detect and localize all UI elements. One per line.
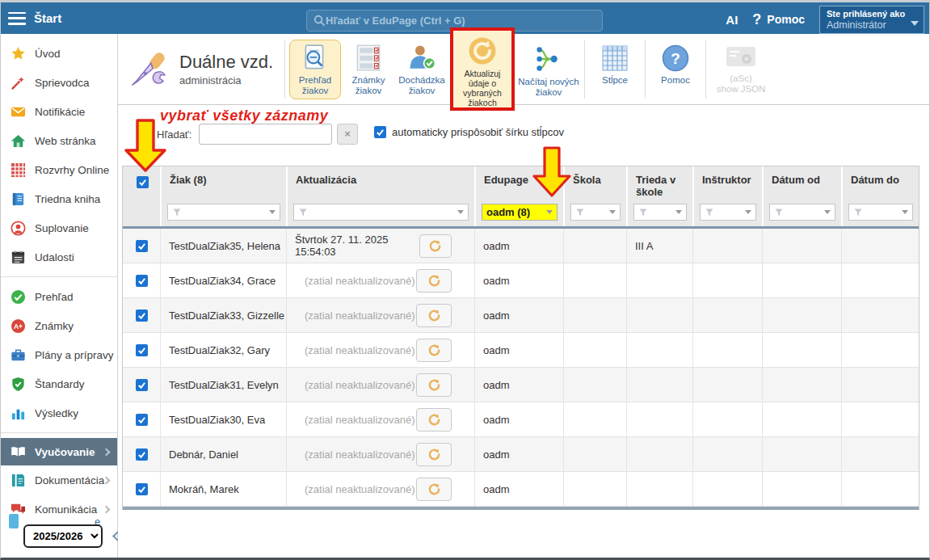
sidebar-item-sprievodca[interactable]: Sprievodca — [1, 68, 117, 97]
student-name: TestDualZiak30, Eva — [160, 402, 286, 437]
column-header-datum-do[interactable]: Dátum do — [841, 166, 919, 201]
filter-dropdown-edupage-active[interactable]: oadm (8) — [482, 204, 558, 221]
sidebar-item-web-stranka[interactable]: Web stránka — [1, 126, 117, 155]
prehlad-ziakov-button[interactable]: Prehľad žiakov — [289, 40, 341, 99]
start-menu-button[interactable]: Štart — [34, 11, 61, 25]
sidebar-item-udalosti[interactable]: Udalosti — [1, 242, 117, 272]
chevron-down-icon — [911, 21, 919, 26]
refresh-row-button[interactable] — [416, 373, 452, 397]
filter-dropdown-datum-do[interactable] — [848, 204, 913, 221]
sidebar-item-plany[interactable]: Plány a prípravy — [1, 340, 117, 369]
sidebar-item-vyucovanie[interactable]: Vyučovanie — [1, 438, 117, 465]
funnel-icon — [774, 208, 784, 217]
filter-dropdown-aktualizacia[interactable] — [293, 204, 469, 221]
column-header-instruktor[interactable]: Inštruktor — [692, 166, 762, 201]
notebook-icon — [11, 192, 26, 207]
refresh-row-button[interactable] — [416, 443, 452, 466]
sidebar-item-rozvrhy[interactable]: Rozvrhy Online — [1, 155, 117, 184]
sidebar-item-notifikacie[interactable]: Notifikácie — [1, 97, 117, 126]
column-header-ziak[interactable]: Žiak (8) — [160, 166, 286, 201]
students-table: Žiak (8) Aktualizácia Edupage Škola Trie… — [122, 166, 919, 510]
asc-show-json-button[interactable]: (aSc) show JSON — [710, 40, 772, 99]
refresh-row-button[interactable] — [416, 269, 452, 293]
skola-cell — [563, 368, 626, 402]
refresh-row-button[interactable] — [416, 339, 452, 362]
briefcase-icon — [11, 347, 26, 363]
refresh-row-button[interactable] — [419, 234, 452, 258]
school-year-select[interactable]: 2025/2026 — [23, 524, 103, 548]
sidebar-item-suplovanie[interactable]: Suplovanie — [1, 213, 117, 242]
row-checkbox[interactable] — [136, 414, 148, 426]
funnel-icon — [638, 208, 648, 217]
refresh-icon — [427, 343, 442, 358]
search-input[interactable] — [326, 15, 595, 27]
edupage-cell: oadm — [474, 229, 563, 263]
stlpce-button[interactable]: Stĺpce — [589, 40, 641, 99]
sidebar-item-triedna-kniha[interactable]: Triedna kniha — [1, 184, 117, 213]
columns-grid-icon — [600, 44, 629, 73]
refresh-row-button[interactable] — [416, 478, 452, 501]
help-button[interactable]: ? Pomoc — [752, 11, 805, 28]
shield-check-icon — [11, 377, 26, 392]
ai-button[interactable]: AI — [726, 13, 738, 27]
datum-do-cell — [841, 402, 919, 437]
skola-cell — [563, 263, 626, 298]
trieda-cell — [626, 472, 692, 507]
datum-do-cell — [841, 263, 919, 298]
filter-dropdown-instruktor[interactable] — [700, 204, 756, 221]
sidebar-item-prehlad[interactable]: Prehľad — [1, 282, 117, 311]
sidebar-item-vysledky[interactable]: Výsledky — [1, 398, 117, 427]
dochadzka-ziakov-button[interactable]: Dochádzka žiakov — [396, 40, 448, 99]
table-header-row: Žiak (8) Aktualizácia Edupage Škola Trie… — [123, 166, 919, 201]
row-checkbox[interactable] — [136, 379, 148, 391]
sidebar-item-znamky[interactable]: A+ Známky — [1, 311, 117, 340]
envelope-icon — [11, 104, 26, 120]
select-all-checkbox[interactable] — [137, 176, 149, 188]
column-header-datum-od[interactable]: Dátum od — [762, 166, 841, 201]
row-checkbox[interactable] — [136, 344, 148, 356]
filter-dropdown-datum-od[interactable] — [769, 204, 835, 221]
sidebar-item-dokumentacia[interactable]: Dokumentácia — [1, 465, 117, 495]
row-checkbox[interactable] — [136, 448, 148, 461]
filter-dropdown-trieda[interactable] — [633, 204, 687, 221]
refresh-row-button[interactable] — [416, 408, 452, 432]
znamky-ziakov-button[interactable]: Známky žiakov — [343, 40, 394, 99]
magic-wand-icon — [11, 75, 26, 91]
grade-circle-icon: A+ — [11, 318, 26, 334]
clear-filter-button[interactable]: × — [337, 124, 358, 145]
row-checkbox[interactable] — [136, 309, 148, 322]
pomoc-button[interactable]: ? Pomoc — [650, 40, 701, 99]
chevron-down-icon — [675, 210, 682, 214]
row-checkbox[interactable] — [136, 483, 148, 495]
filter-dropdown-skola[interactable] — [570, 204, 621, 221]
table-row: TestDualZiak30, Eva (zatial neaktualizov… — [123, 402, 919, 437]
table-row: Debnár, Daniel (zatial neaktualizované) … — [123, 437, 919, 472]
row-checkbox[interactable] — [136, 275, 148, 287]
funnel-icon — [575, 208, 585, 217]
aktualizuj-udaje-button-highlighted[interactable]: Aktualizuj údaje o vybraných žiakoch — [450, 27, 515, 111]
table-search-input[interactable] — [199, 124, 332, 145]
nacitaj-novych-ziakov-button[interactable]: Načítaj nových žiakov — [517, 40, 580, 99]
user-menu[interactable]: Ste prihlásený ako Administrátor — [819, 6, 924, 34]
module-header: Duálne vzd. administrácia — [129, 51, 281, 88]
module-toolbar: Duálne vzd. administrácia Prehľad žiakov… — [118, 34, 930, 105]
horizontal-scrollbar[interactable] — [123, 507, 919, 510]
sidebar-item-standardy[interactable]: Štandardy — [1, 369, 117, 398]
sidebar-item-uvod[interactable]: Úvod — [1, 39, 117, 68]
student-name: Mokráň, Marek — [160, 472, 286, 507]
app-window: Štart AI ? Pomoc Ste prihlásený ako Admi… — [0, 0, 930, 560]
column-header-skola[interactable]: Škola — [563, 166, 626, 201]
autofit-checkbox[interactable] — [374, 126, 386, 138]
refresh-row-button[interactable] — [416, 304, 452, 327]
update-cell: (zatial neaktualizované) — [286, 333, 474, 368]
hamburger-menu-icon[interactable] — [8, 12, 26, 25]
row-checkbox[interactable] — [136, 240, 148, 252]
student-name: Debnár, Daniel — [160, 437, 286, 472]
instruktor-cell — [692, 437, 762, 472]
column-header-trieda[interactable]: Trieda v škole — [626, 166, 692, 201]
column-header-aktualizacia[interactable]: Aktualizácia — [286, 166, 474, 201]
pen-wrench-icon — [129, 51, 171, 88]
question-mark-icon: ? — [752, 11, 761, 28]
check-icon — [137, 381, 146, 389]
filter-dropdown-ziak[interactable] — [167, 204, 280, 221]
